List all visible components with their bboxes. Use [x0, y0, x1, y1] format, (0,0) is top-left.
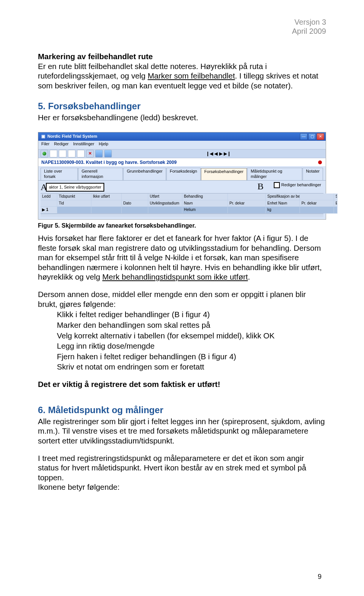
factor-tab[interactable]: aktor 1, Seine vårbyggsorter [46, 183, 104, 192]
menu-ref-underline: Marker som feilbehandlet [147, 71, 235, 80]
col-ledd: Ledd [41, 193, 57, 200]
col-prdekar2: Pr. dekar [300, 200, 334, 207]
minimize-button[interactable]: — [300, 133, 308, 140]
list-item: Velg korrekt alternativ i tabellen (for … [57, 331, 326, 341]
toolbar-delete-icon[interactable]: ✕ [86, 150, 94, 157]
list-item: Legg inn riktig dose/mengde [57, 341, 326, 351]
version: Versjon 3 [295, 18, 326, 26]
col-suppl: Suppl info [334, 193, 337, 200]
col-navn: Navn [182, 200, 228, 207]
steps-list: Klikk i feltet rediger behandlinger (B i… [57, 310, 326, 372]
toolbar-blue-icon[interactable] [95, 150, 103, 157]
tab-design[interactable]: Forsøksdesign [166, 168, 201, 180]
menu-bar: Filer Rediger Innstillinger Hjelp [38, 141, 326, 149]
row-navn[interactable]: Helium [182, 207, 228, 214]
col-ikkeutfort: Ikke utført [91, 193, 122, 200]
maximize-button[interactable]: ▢ [308, 133, 316, 140]
toolbar-green-icon[interactable] [41, 150, 48, 157]
para-6a: Alle registreringer som blir gjort i fel… [38, 417, 326, 446]
menu-innstillinger[interactable]: Innstillinger [73, 142, 94, 148]
toolbar-page-icon[interactable] [50, 150, 57, 157]
col-tid: Tid [57, 200, 91, 207]
para-important: Det er viktig å registrere det som fakti… [38, 379, 326, 389]
tab-notater[interactable]: Notater [303, 168, 323, 180]
page-header: Versjon 3 April 2009 [38, 17, 326, 36]
content: Markering av feilbehandlet rute Er en ru… [38, 52, 326, 492]
callout-B: B [257, 181, 264, 192]
toolbar-blue2-icon[interactable] [104, 150, 112, 157]
toolbar-save-icon[interactable] [68, 150, 75, 157]
tab-strip: Liste over forsøk Generell informasjon G… [38, 166, 326, 180]
para-6c: Ikonene betyr følgende: [38, 482, 326, 492]
toolbar-print-icon[interactable] [77, 150, 85, 157]
tab-grunn[interactable]: Grunnbehandlinger [123, 168, 166, 180]
app-icon: ▣ [41, 134, 45, 139]
para-5: Her er forsøksbehandlingene (ledd) beskr… [38, 113, 326, 123]
col-dato: Dato [122, 200, 148, 207]
toolbar: ✕ ❙◀ ◀ ▶ ▶❙ [38, 149, 326, 158]
rediger-label: Rediger behandlinger [281, 182, 321, 188]
list-item: Klikk i feltet rediger behandlinger (B i… [57, 310, 326, 319]
heading-5: 5. Forsøksbehandlinger [38, 101, 326, 112]
menu-filer[interactable]: Filer [41, 142, 49, 148]
list-item: Marker den behandlingen som skal rettes … [57, 320, 326, 330]
heading-mark: Markering av feilbehandlet rute [38, 52, 326, 61]
menu-rediger[interactable]: Rediger [54, 142, 69, 148]
screenshot-panel: ▣ Nordic Field Trial System — ▢ ✕ Filer … [38, 132, 326, 220]
col-utfort: Utført [148, 193, 182, 200]
page-number: 9 [318, 573, 322, 581]
toolbar-page2-icon[interactable] [59, 150, 66, 157]
col-enhet: Enhet [334, 200, 337, 207]
para-figure: Hvis forsøket har flere faktorer er det … [38, 233, 326, 282]
list-item: Skriv et notat om endringen som er foret… [57, 362, 326, 372]
record-nav[interactable]: ❙◀ ◀ ▶ ▶❙ [206, 151, 231, 157]
status-dot-icon [318, 160, 322, 164]
heading-6: 6. Måletidspunkt og målinger [38, 404, 326, 416]
col-spesifikasjon: Spesifikasjon av behandling [266, 193, 300, 200]
breadcrumb: NAPE11300909-003. Kvalitet i bygg og hav… [38, 158, 180, 166]
para-6b: I treet med registreringstidspunkt og må… [38, 453, 326, 483]
menu-hjelp[interactable]: Hjelp [99, 142, 108, 148]
row-ledd[interactable]: ▶ 1 [41, 207, 57, 214]
col-tidspunkt: Tidspunkt [57, 193, 91, 200]
grid-header: Ledd Tidspunkt Ikke utført Utført Behand… [41, 193, 323, 214]
para-dose-intro: Dersom annen dose, middel eller mengde e… [38, 289, 326, 309]
col-utvikling: Utviklingsstadium [148, 200, 182, 207]
tab-forsoksbehandlinger[interactable]: Forsøksbehandlinger [201, 168, 247, 181]
tab-liste[interactable]: Liste over forsøk [41, 168, 78, 180]
subpanel: A aktor 1, Seine vårbyggsorter B Rediger… [38, 180, 326, 219]
col-behandling: Behandling [182, 193, 228, 200]
scrollbar[interactable] [41, 214, 323, 217]
close-button[interactable]: ✕ [317, 133, 324, 140]
window-title: Nordic Field Trial System [47, 134, 97, 139]
row-enhetnavn[interactable]: kg [266, 207, 300, 214]
date: April 2009 [292, 27, 326, 35]
col-enhetnavn: Enhet Navn [266, 200, 300, 207]
rediger-checkbox[interactable] [274, 182, 280, 188]
tab-maletidspunkt[interactable]: Måletidspunkt og målinger [247, 168, 302, 180]
para-mark: Er en rute blitt feilbehandlet skal dett… [38, 61, 326, 91]
window-titlebar: ▣ Nordic Field Trial System — ▢ ✕ [38, 132, 326, 141]
tab-generell[interactable]: Generell informasjon [78, 168, 123, 180]
menu-ref-underline-2: Merk behandlingstidspunkt som ikke utfør… [102, 272, 248, 281]
list-item: Fjern haken i feltet rediger behandlinge… [57, 352, 326, 362]
figure-caption: Figur 5. Skjermbilde av fanearket forsøk… [38, 222, 326, 230]
col-prdekar: Pr. dekar [228, 200, 266, 207]
